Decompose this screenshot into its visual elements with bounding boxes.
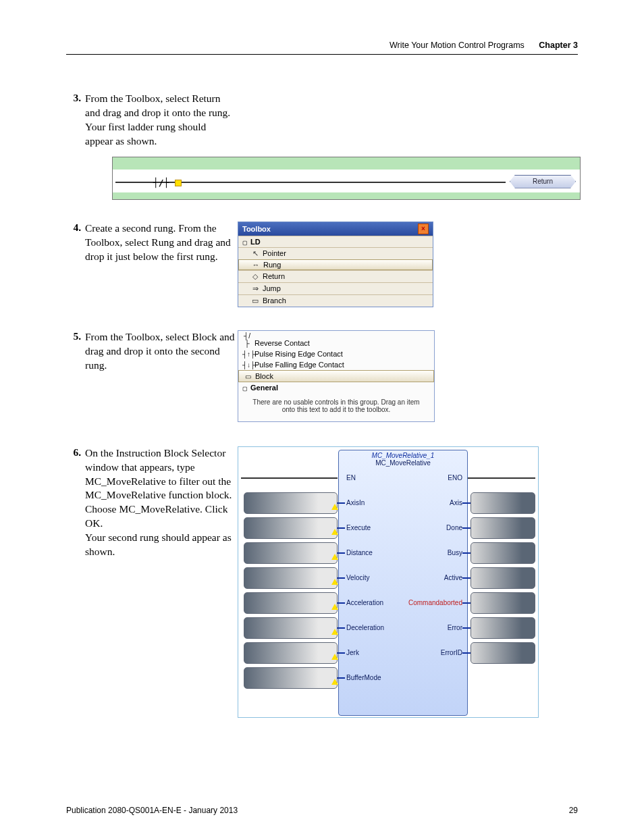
fb-pin-label: Active xyxy=(444,574,462,581)
jump-icon: ⇒ xyxy=(250,284,260,293)
warning-icon xyxy=(331,604,338,610)
fb-input-connector[interactable] xyxy=(244,517,338,539)
fb-pin-label: Error xyxy=(448,624,462,631)
fb-pin-label: AxisIn xyxy=(346,499,365,506)
fb-row: Execute Done xyxy=(238,515,538,540)
fb-row: Deceleration Error xyxy=(238,615,538,640)
toolbox-item-pointer[interactable]: ↖Pointer xyxy=(238,247,433,259)
warning-icon xyxy=(175,180,182,186)
fb-input-connector[interactable] xyxy=(244,617,338,639)
step-number: 6. xyxy=(66,446,85,459)
reverse-contact-icon: ┤/├ xyxy=(242,332,252,347)
fb-pin-label: BufferMode xyxy=(346,674,381,681)
toolbox-panel: Toolbox × LD ↖Pointer ↔Rung ◇Return ⇒Jum… xyxy=(238,221,433,307)
fb-output-connector[interactable] xyxy=(471,642,535,664)
fb-instance-name: MC_MoveRelative_1 xyxy=(339,452,467,459)
list-item-block[interactable]: ▭Block xyxy=(238,370,434,382)
page-number: 29 xyxy=(569,806,578,815)
fb-input-connector[interactable] xyxy=(244,567,338,589)
toolbox-item-return[interactable]: ◇Return xyxy=(238,270,433,282)
toolbox-item-branch[interactable]: ▭Branch xyxy=(238,294,433,307)
fb-pin-eno: ENO xyxy=(448,474,462,481)
fb-pin-label: Distance xyxy=(346,549,373,556)
function-block-figure: MC_MoveRelative_1 MC_MoveRelative EN ENO xyxy=(238,446,539,718)
fb-input-connector[interactable] xyxy=(244,542,338,564)
step-number: 3. xyxy=(66,92,85,104)
fb-row: BufferMode xyxy=(238,664,538,689)
fb-pin-label: Acceleration xyxy=(346,599,383,606)
fb-output-connector[interactable] xyxy=(471,567,535,589)
list-item-reverse-contact[interactable]: ┤/├Reverse Contact xyxy=(238,331,434,348)
warning-icon xyxy=(331,554,338,560)
fb-row: AxisIn Axis xyxy=(238,490,538,515)
fb-pin-label: Commandaborted xyxy=(408,599,462,606)
list-item-falling-edge[interactable]: ┤↓├Pulse Falling Edge Contact xyxy=(238,359,434,370)
step-text: From the Toolbox, select Return and drag… xyxy=(85,92,235,149)
empty-group-note: There are no usable controls in this gro… xyxy=(238,393,434,417)
step-number: 4. xyxy=(66,221,85,234)
page-footer: Publication 2080-QS001A-EN-E - January 2… xyxy=(66,806,578,815)
fb-output-connector[interactable] xyxy=(471,492,535,514)
step-text: Create a second rung. From the Toolbox, … xyxy=(85,221,235,264)
fb-row: Distance Busy xyxy=(238,540,538,565)
toolbox-group-ld[interactable]: LD xyxy=(238,236,433,247)
fb-pin-label: Busy xyxy=(448,549,462,556)
block-icon: ▭ xyxy=(243,373,252,380)
warning-icon xyxy=(331,629,338,635)
toolbox-titlebar: Toolbox × xyxy=(238,222,433,236)
branch-icon: ▭ xyxy=(250,296,260,305)
fb-row: Jerk ErrorID xyxy=(238,640,538,664)
step-number: 5. xyxy=(66,330,85,342)
toolbox-item-jump[interactable]: ⇒Jump xyxy=(238,282,433,294)
contact-nc-icon: ┤/├ xyxy=(153,178,169,188)
fb-output-connector[interactable] xyxy=(471,617,535,639)
wire-left xyxy=(241,477,338,479)
block-list-panel: ┤/├Reverse Contact ┤↑├Pulse Rising Edge … xyxy=(238,330,435,422)
fb-output-connector[interactable] xyxy=(471,592,535,614)
return-block[interactable]: Return xyxy=(510,175,576,188)
fb-row: Velocity Active xyxy=(238,565,538,590)
fb-pin-label: Jerk xyxy=(346,649,359,656)
fb-pin-label: Velocity xyxy=(346,574,369,581)
fb-input-connector[interactable] xyxy=(244,642,338,664)
wire-right xyxy=(468,477,535,479)
warning-icon xyxy=(331,504,338,510)
step-3: 3. From the Toolbox, select Return and d… xyxy=(66,92,578,149)
step-text: On the Instruction Block Selector window… xyxy=(85,446,235,559)
step-4: 4. Create a second rung. From the Toolbo… xyxy=(66,221,578,307)
rising-edge-icon: ┤↑├ xyxy=(242,350,252,358)
list-group-general[interactable]: General xyxy=(238,382,434,393)
step-6: 6. On the Instruction Block Selector win… xyxy=(66,446,578,718)
header-chapter: Chapter 3 xyxy=(539,41,578,50)
page-header: Write Your Motion Control Programs Chapt… xyxy=(66,41,578,55)
ladder-rung-figure: ┤/├ Return xyxy=(112,157,581,200)
fb-pin-label: ErrorID xyxy=(441,649,462,656)
close-icon[interactable]: × xyxy=(418,224,429,234)
fb-input-connector[interactable] xyxy=(244,667,338,689)
fb-pin-label: Axis xyxy=(450,499,462,506)
fb-pin-label: Execute xyxy=(346,524,371,531)
fb-input-connector[interactable] xyxy=(244,492,338,514)
warning-icon xyxy=(331,529,338,535)
fb-pin-label: Done xyxy=(446,524,462,531)
header-title: Write Your Motion Control Programs xyxy=(390,41,525,50)
publication-id: Publication 2080-QS001A-EN-E - January 2… xyxy=(66,806,238,815)
list-item-rising-edge[interactable]: ┤↑├Pulse Rising Edge Contact xyxy=(238,348,434,359)
rung-icon: ↔ xyxy=(251,261,261,269)
fb-output-connector[interactable] xyxy=(471,542,535,564)
fb-pin-label: Deceleration xyxy=(346,624,384,631)
step-5: 5. From the Toolbox, select Block and dr… xyxy=(66,330,578,422)
fb-pin-en: EN xyxy=(346,474,356,481)
fb-output-connector[interactable] xyxy=(471,517,535,539)
warning-icon xyxy=(331,654,338,660)
toolbox-item-rung[interactable]: ↔Rung xyxy=(238,259,433,270)
pointer-icon: ↖ xyxy=(250,249,260,258)
toolbox-title-label: Toolbox xyxy=(242,225,271,233)
warning-icon xyxy=(331,679,338,685)
rung-wire xyxy=(115,182,506,183)
falling-edge-icon: ┤↓├ xyxy=(242,361,252,369)
step-text: From the Toolbox, select Block and drag … xyxy=(85,330,235,373)
return-icon: ◇ xyxy=(250,272,260,281)
warning-icon xyxy=(331,579,338,585)
fb-input-connector[interactable] xyxy=(244,592,338,614)
